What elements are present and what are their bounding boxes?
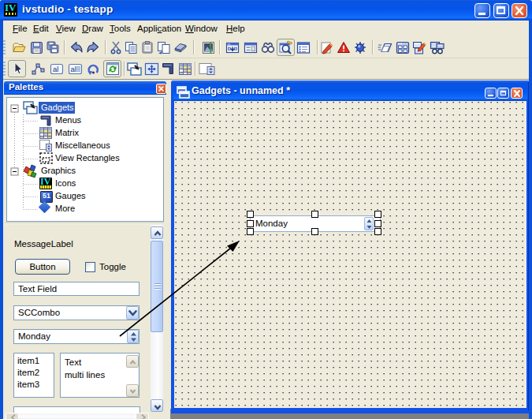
svg-text:al: al [71,65,76,73]
svg-text:al: al [53,65,58,73]
